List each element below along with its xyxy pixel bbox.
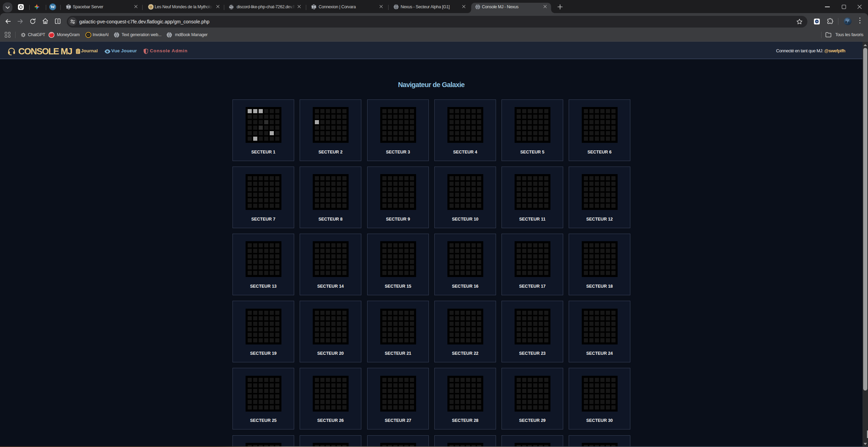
svg-text:>: > bbox=[816, 20, 818, 23]
svg-text:W: W bbox=[50, 4, 55, 9]
